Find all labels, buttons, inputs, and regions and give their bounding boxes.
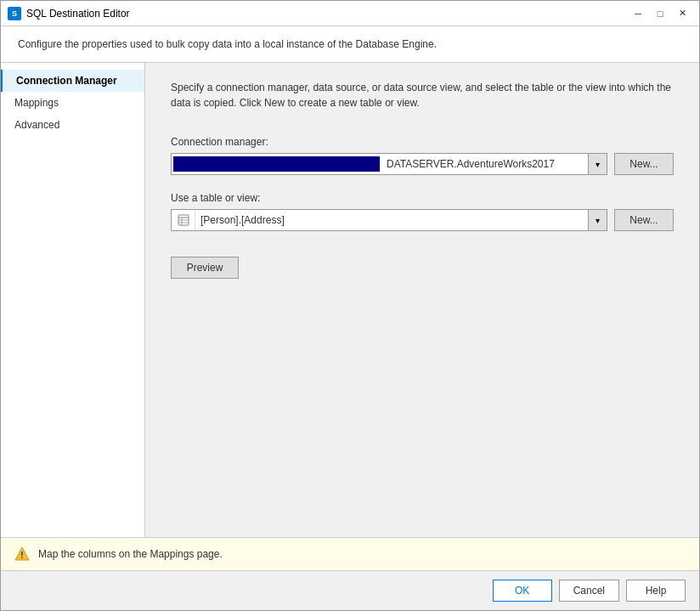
title-bar-buttons: ─ □ ✕: [628, 5, 692, 22]
footer-warning: ! Map the columns on the Mappings page.: [1, 537, 699, 570]
table-section: Use a table or view: [Perso: [171, 192, 674, 231]
warning-text: Map the columns on the Mappings page.: [38, 548, 223, 560]
connection-manager-section: Connection manager: DATASERVER.Adventure…: [171, 136, 674, 175]
connection-manager-selected: [173, 156, 380, 172]
app-icon: S: [8, 7, 21, 20]
connection-manager-row: DATASERVER.AdventureWorks2017 ▾ New...: [171, 153, 674, 175]
table-label: Use a table or view:: [171, 192, 674, 204]
help-button[interactable]: Help: [626, 580, 686, 602]
preview-section: Preview: [171, 248, 674, 279]
main-content: Connection Manager Mappings Advanced Spe…: [1, 63, 699, 537]
connection-manager-value: DATASERVER.AdventureWorks2017: [381, 158, 588, 170]
new-table-button[interactable]: New...: [614, 209, 674, 231]
connection-manager-label: Connection manager:: [171, 136, 674, 148]
ok-button[interactable]: OK: [493, 580, 552, 602]
sql-destination-editor-window: S SQL Destination Editor ─ □ ✕ Configure…: [0, 0, 700, 611]
cancel-button[interactable]: Cancel: [559, 580, 619, 602]
table-combo[interactable]: [Person].[Address] ▾: [171, 209, 607, 231]
connection-manager-dropdown-button[interactable]: ▾: [588, 154, 607, 174]
footer-buttons: OK Cancel Help: [1, 570, 699, 610]
title-bar-left: S SQL Destination Editor: [8, 7, 130, 20]
table-row: [Person].[Address] ▾ New...: [171, 209, 674, 231]
svg-text:!: !: [20, 551, 23, 560]
preview-button[interactable]: Preview: [171, 257, 239, 279]
content-area: Specify a connection manager, data sourc…: [145, 63, 699, 537]
table-selected-value: [Person].[Address]: [195, 214, 588, 226]
minimize-button[interactable]: ─: [628, 5, 648, 22]
title-bar: S SQL Destination Editor ─ □ ✕: [1, 1, 699, 26]
header-description: Configure the properties used to bulk co…: [1, 26, 699, 63]
warning-icon: !: [14, 546, 30, 562]
sidebar-item-connection-manager[interactable]: Connection Manager: [1, 70, 144, 92]
content-description: Specify a connection manager, data sourc…: [171, 80, 674, 110]
table-dropdown-button[interactable]: ▾: [588, 210, 607, 230]
table-svg-icon: [178, 214, 189, 226]
connection-manager-combo[interactable]: DATASERVER.AdventureWorks2017 ▾: [171, 153, 607, 175]
maximize-button[interactable]: □: [650, 5, 670, 22]
table-icon: [172, 210, 195, 230]
new-connection-button[interactable]: New...: [614, 153, 674, 175]
sidebar-item-advanced[interactable]: Advanced: [1, 114, 144, 136]
close-button[interactable]: ✕: [672, 5, 692, 22]
sidebar-item-mappings[interactable]: Mappings: [1, 92, 144, 114]
window-title: SQL Destination Editor: [26, 8, 130, 20]
sidebar: Connection Manager Mappings Advanced: [1, 63, 145, 537]
